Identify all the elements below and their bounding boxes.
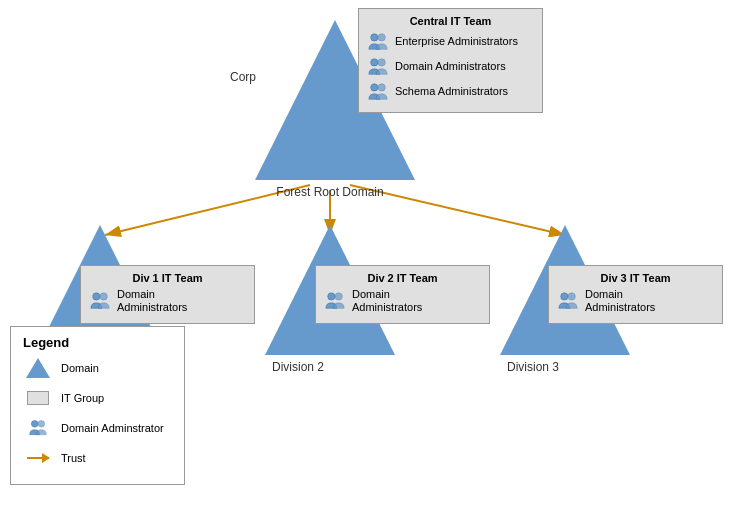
person-icon-2 xyxy=(367,56,389,78)
legend-domain-icon xyxy=(23,356,53,380)
legend-arrow-line xyxy=(27,457,49,459)
legend: Legend Domain IT Group Domain Ad xyxy=(10,326,185,485)
legend-domain-label: Domain xyxy=(61,362,99,374)
legend-triangle xyxy=(26,358,50,378)
legend-trust-icon xyxy=(23,446,53,470)
central-it-title: Central IT Team xyxy=(367,15,534,27)
diagram-area: Corp Forest Root Domain Central IT Team … xyxy=(0,0,738,505)
person-icon-div3 xyxy=(557,290,579,312)
div2-it-row-1: DomainAdministrators xyxy=(324,288,481,314)
corp-label: Corp xyxy=(230,70,256,84)
person-icon-3 xyxy=(367,81,389,103)
div1-it-label-1: DomainAdministrators xyxy=(117,288,187,314)
legend-itgroup-icon xyxy=(23,386,53,410)
person-icon-1 xyxy=(367,31,389,53)
svg-point-4 xyxy=(371,34,378,41)
central-it-label-1: Enterprise Administrators xyxy=(395,35,518,48)
svg-point-15 xyxy=(568,293,575,300)
svg-point-10 xyxy=(93,293,100,300)
legend-person-icon xyxy=(26,418,50,438)
svg-point-12 xyxy=(328,293,335,300)
div3-it-row-1: DomainAdministrators xyxy=(557,288,714,314)
svg-point-7 xyxy=(378,59,385,66)
central-it-label-2: Domain Administrators xyxy=(395,60,506,73)
svg-point-6 xyxy=(371,59,378,66)
svg-point-14 xyxy=(561,293,568,300)
legend-row-itgroup: IT Group xyxy=(23,386,172,410)
legend-itgroup-label: IT Group xyxy=(61,392,104,404)
div3-label: Division 3 xyxy=(507,360,559,374)
central-it-label-3: Schema Administrators xyxy=(395,85,508,98)
person-icon-div2 xyxy=(324,290,346,312)
div1-it-row-1: DomainAdministrators xyxy=(89,288,246,314)
legend-row-trust: Trust xyxy=(23,446,172,470)
svg-point-16 xyxy=(31,421,38,428)
legend-admin-label: Domain Adminstrator xyxy=(61,422,164,434)
svg-point-8 xyxy=(371,84,378,91)
svg-point-9 xyxy=(378,84,385,91)
legend-arrow xyxy=(27,457,49,459)
div3-it-title: Div 3 IT Team xyxy=(557,272,714,284)
legend-row-domain: Domain xyxy=(23,356,172,380)
svg-point-5 xyxy=(378,34,385,41)
div2-it-box: Div 2 IT Team DomainAdministrators xyxy=(315,265,490,324)
legend-trust-label: Trust xyxy=(61,452,86,464)
div3-it-label-1: DomainAdministrators xyxy=(585,288,655,314)
svg-point-11 xyxy=(100,293,107,300)
legend-title: Legend xyxy=(23,335,172,350)
div1-it-title: Div 1 IT Team xyxy=(89,272,246,284)
div2-it-label-1: DomainAdministrators xyxy=(352,288,422,314)
div3-it-box: Div 3 IT Team DomainAdministrators xyxy=(548,265,723,324)
central-it-row-3: Schema Administrators xyxy=(367,81,534,103)
central-it-box: Central IT Team Enterprise Administrator… xyxy=(358,8,543,113)
central-it-row-1: Enterprise Administrators xyxy=(367,31,534,53)
central-it-row-2: Domain Administrators xyxy=(367,56,534,78)
div1-it-box: Div 1 IT Team DomainAdministrators xyxy=(80,265,255,324)
person-icon-div1 xyxy=(89,290,111,312)
legend-row-admin: Domain Adminstrator xyxy=(23,416,172,440)
svg-point-17 xyxy=(38,421,45,428)
div2-it-title: Div 2 IT Team xyxy=(324,272,481,284)
legend-rect xyxy=(27,391,49,405)
svg-point-13 xyxy=(335,293,342,300)
forest-root-label: Forest Root Domain xyxy=(250,185,410,199)
legend-admin-icon xyxy=(23,416,53,440)
div2-label: Division 2 xyxy=(272,360,324,374)
